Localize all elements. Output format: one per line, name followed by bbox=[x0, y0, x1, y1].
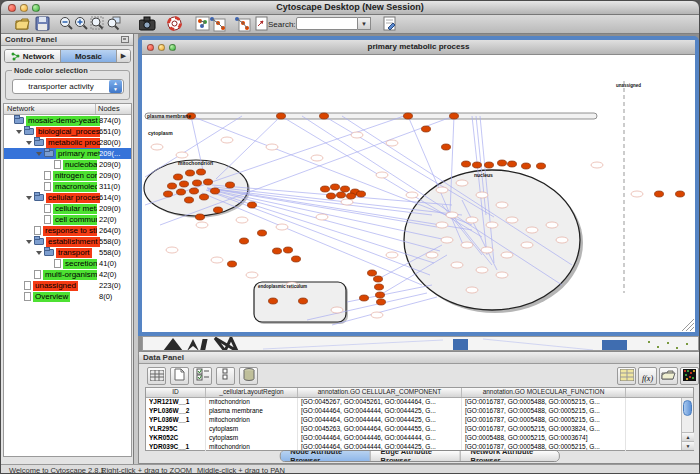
gene-node[interactable] bbox=[485, 162, 494, 168]
column-header[interactable]: annotation.GO CELLULAR_COMPONENT bbox=[298, 388, 462, 397]
frame-titlebar[interactable]: primary metabolic process bbox=[142, 40, 695, 55]
gene-node[interactable] bbox=[498, 160, 507, 166]
disclosure-triangle-icon[interactable] bbox=[36, 251, 42, 255]
gene-node[interactable] bbox=[377, 299, 386, 305]
tree-row[interactable]: transport558(0) bbox=[4, 247, 131, 258]
disclosure-triangle-icon[interactable] bbox=[16, 130, 22, 134]
tree-column-nodes[interactable]: Nodes bbox=[96, 104, 131, 114]
tree-row[interactable]: cellular metabo209(0) bbox=[4, 203, 131, 214]
gene-node[interactable] bbox=[676, 191, 685, 197]
gene-node[interactable] bbox=[337, 192, 346, 198]
tree-row[interactable]: secretion41(0) bbox=[4, 258, 131, 269]
gene-node[interactable] bbox=[273, 248, 282, 254]
gene-label-node[interactable] bbox=[476, 192, 488, 198]
gene-node[interactable] bbox=[374, 276, 383, 282]
gene-node[interactable] bbox=[357, 191, 366, 197]
tree-row[interactable]: nitrogen compo209(0) bbox=[4, 170, 131, 181]
gene-label-node[interactable] bbox=[496, 202, 508, 208]
tree-row[interactable]: cellular process614(0) bbox=[4, 192, 131, 203]
tree-row[interactable]: establishment of lo558(0) bbox=[4, 236, 131, 247]
tree-row[interactable]: mosaic-demo-yeast874(0) bbox=[4, 115, 131, 126]
save-icon[interactable] bbox=[34, 16, 51, 33]
gene-node[interactable] bbox=[248, 202, 257, 208]
gene-node[interactable] bbox=[321, 186, 330, 192]
table-row[interactable]: YKR052Ccytoplasm[GO:0044464, GO:0044446,… bbox=[146, 434, 693, 443]
gene-node[interactable] bbox=[442, 144, 451, 150]
tree-row[interactable]: biological_process651(0) bbox=[4, 126, 131, 137]
table-cell[interactable]: [GO:0044464, GO:0044444, GO:0044425, G..… bbox=[298, 416, 462, 425]
gene-node[interactable] bbox=[284, 247, 293, 253]
gene-label-node[interactable] bbox=[351, 132, 363, 138]
unselect-attributes-icon[interactable] bbox=[216, 367, 235, 385]
gene-label-node[interactable] bbox=[371, 312, 383, 318]
table-row[interactable]: YPL036W__1mitochondrion[GO:0044464, GO:0… bbox=[146, 416, 693, 425]
gene-node[interactable] bbox=[228, 261, 237, 267]
table-cell[interactable]: YLR295C bbox=[146, 425, 206, 434]
column-header[interactable]: _cellularLayoutRegion bbox=[206, 388, 298, 397]
gene-node[interactable] bbox=[269, 298, 278, 304]
tab-node-attribute-browser[interactable]: Node Attribute Browser bbox=[280, 451, 370, 461]
gene-label-node[interactable] bbox=[196, 222, 208, 228]
gene-label-node[interactable] bbox=[316, 214, 328, 220]
resize-grip[interactable] bbox=[686, 323, 694, 331]
tree-column-network[interactable]: Network bbox=[4, 104, 96, 114]
edge[interactable] bbox=[206, 190, 430, 275]
gene-node[interactable] bbox=[190, 188, 199, 194]
gene-node[interactable] bbox=[327, 193, 336, 199]
gene-label-node[interactable] bbox=[466, 217, 478, 223]
scroll-up-icon[interactable]: ▲ bbox=[682, 432, 694, 441]
table-cell[interactable]: YJR121W__1 bbox=[146, 398, 206, 407]
matrix-icon[interactable] bbox=[617, 367, 636, 385]
formula-icon[interactable]: f(x) bbox=[638, 367, 657, 385]
gene-label-node[interactable] bbox=[521, 242, 533, 248]
gene-label-node[interactable] bbox=[341, 199, 353, 205]
gene-label-node[interactable] bbox=[481, 247, 493, 253]
gene-node[interactable] bbox=[177, 189, 186, 195]
table-cell[interactable]: [GO:0005488, GO:0005215, GO:0003674] bbox=[462, 434, 626, 443]
gene-node[interactable] bbox=[240, 238, 249, 244]
delete-attribute-icon[interactable] bbox=[239, 367, 258, 385]
table-cell[interactable]: [GO:0045263, GO:0044464, GO:0044455, G..… bbox=[298, 425, 462, 434]
snapshot-icon[interactable] bbox=[139, 16, 156, 33]
gene-label-node[interactable] bbox=[176, 152, 188, 158]
gene-node[interactable] bbox=[368, 270, 377, 276]
gene-label-node[interactable] bbox=[246, 272, 258, 278]
table-cell[interactable]: YPL036W__1 bbox=[146, 416, 206, 425]
gene-node[interactable] bbox=[197, 169, 206, 175]
scroll-down-icon[interactable]: ▼ bbox=[682, 441, 694, 450]
help-icon[interactable] bbox=[166, 16, 183, 33]
gene-node[interactable] bbox=[211, 188, 220, 194]
gene-label-node[interactable] bbox=[441, 237, 453, 243]
gene-label-node[interactable] bbox=[276, 224, 288, 230]
gene-label-node[interactable] bbox=[446, 212, 458, 218]
gene-label-node[interactable] bbox=[451, 262, 463, 268]
gene-label-node[interactable] bbox=[461, 242, 473, 248]
table-cell[interactable]: [GO:0016787, GO:0005488, GO:0005215, G..… bbox=[462, 416, 626, 425]
gene-label-node[interactable] bbox=[436, 187, 448, 193]
gene-node[interactable] bbox=[341, 186, 350, 192]
gene-label-node[interactable] bbox=[151, 144, 163, 150]
gene-node[interactable] bbox=[214, 207, 223, 213]
attribute-editor-icon[interactable] bbox=[381, 16, 398, 33]
gene-label-node[interactable] bbox=[426, 252, 438, 258]
zoom-fit-icon[interactable] bbox=[89, 16, 106, 33]
disclosure-triangle-icon[interactable] bbox=[26, 196, 32, 200]
table-cell[interactable]: cytoplasm bbox=[206, 434, 298, 443]
tab-edge-attribute-browser[interactable]: Edge Attribute Browser bbox=[371, 451, 461, 461]
gene-label-node[interactable] bbox=[456, 180, 468, 186]
table-cell[interactable]: mitochondrion bbox=[206, 416, 298, 425]
disclosure-triangle-icon[interactable] bbox=[26, 240, 32, 244]
gene-node[interactable] bbox=[168, 183, 177, 189]
gene-node[interactable] bbox=[196, 214, 205, 220]
gene-node[interactable] bbox=[180, 181, 189, 187]
table-row[interactable]: YJR121W__1mitochondrion[GO:0045267, GO:0… bbox=[146, 398, 693, 407]
gene-label-node[interactable] bbox=[501, 252, 513, 258]
gene-node[interactable] bbox=[347, 193, 356, 199]
gene-node[interactable] bbox=[226, 182, 235, 188]
gene-label-node[interactable] bbox=[331, 307, 343, 313]
import-attributes-icon[interactable] bbox=[659, 367, 678, 385]
gene-node[interactable] bbox=[537, 163, 546, 169]
tree-row[interactable]: metabolic process280(0) bbox=[4, 137, 131, 148]
table-scrollbar[interactable]: ▲ ▼ bbox=[681, 398, 693, 450]
gene-node[interactable] bbox=[360, 295, 369, 301]
